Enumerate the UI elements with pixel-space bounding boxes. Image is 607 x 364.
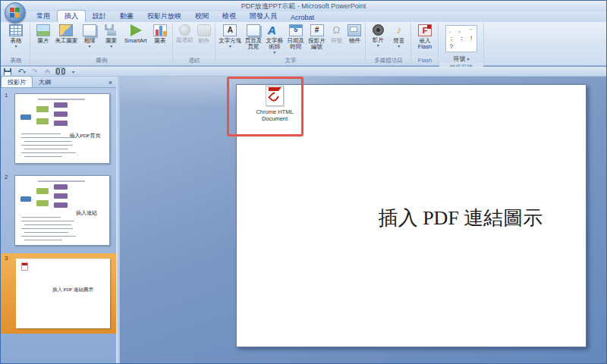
mini-slide-title: 插入連結 (65, 209, 108, 217)
clipart-button[interactable]: 美工圖案 (55, 24, 78, 44)
save-icon (4, 68, 11, 75)
slides-panel: 投影片 大綱 × 1 插入PDF首頁 (1, 77, 116, 364)
undo-icon: ↶ (17, 67, 24, 75)
group-label-links: 連結 (174, 56, 215, 64)
sound-button[interactable]: ♪ 聲音 ▾ (389, 24, 410, 49)
date-time-icon: 5 (289, 24, 303, 36)
dropdown-caret-icon: ▾ (88, 45, 90, 49)
symbol-gallery-item[interactable]: 。 (457, 27, 466, 34)
ribbon-group-tables: 表格 ▾ 表格 (2, 23, 30, 64)
symbol-button[interactable]: Ω 符號 (328, 24, 345, 44)
hyperlink-button[interactable]: 超連結 (175, 24, 194, 43)
close-panel-icon[interactable]: × (109, 79, 116, 87)
group-label-illustrations: 圖例 (31, 56, 172, 64)
tab-acrobat[interactable]: Acrobat (284, 13, 321, 22)
redo-icon: ↷ (32, 67, 38, 75)
find-button[interactable] (55, 67, 65, 75)
group-label-flash: Flash (412, 56, 438, 64)
slide-thumbnail-image: 插入 PDF 連結圖示 (16, 259, 110, 328)
workspace: 投影片 大綱 × 1 插入PDF首頁 (1, 77, 606, 364)
ribbon-group-media: 影片 ▾ ♪ 聲音 ▾ 多媒體項目 (366, 23, 411, 64)
office-button[interactable] (5, 2, 26, 24)
embed-flash-button[interactable]: F 嵌入Flash (414, 24, 436, 50)
dropdown-caret-icon: ▾ (467, 58, 469, 61)
slide-thumbnail-image: 插入PDF首頁 (14, 93, 110, 164)
symbol-gallery-item[interactable]: ‧ (467, 27, 476, 34)
movie-icon (373, 24, 384, 36)
office-logo-icon (10, 8, 20, 17)
dropdown-caret-icon: ▾ (229, 45, 231, 49)
tab-design[interactable]: 設計 (86, 11, 113, 22)
tab-home[interactable]: 常用 (30, 11, 57, 22)
object-icon (348, 24, 361, 36)
sound-icon: ♪ (392, 24, 406, 36)
photo-album-button[interactable]: 相簿 ▾ (79, 24, 100, 49)
ribbon-group-flash: F 嵌入Flash Flash (412, 23, 439, 64)
object-button[interactable]: 物件 (346, 24, 363, 44)
dropdown-caret-icon: ▾ (273, 51, 275, 55)
ribbon-group-text: A 文字方塊 ▾ 頁首及頁尾 A 文字藝術師 ▾ 5 日期及時間 (216, 23, 366, 64)
smartart-button[interactable]: SmartArt (123, 24, 149, 44)
tab-view[interactable]: 檢視 (215, 11, 243, 22)
shapes-icon (105, 24, 118, 36)
symbol-gallery[interactable]: 、 。 ‧ ； ： ！ ？ (445, 25, 477, 52)
symbol-gallery-item[interactable]: ； (447, 35, 456, 42)
ribbon-group-special-symbols: 、 。 ‧ ； ： ！ ？ 符號 ▾ 特殊符號 (439, 23, 484, 64)
annotation-red-box (227, 77, 304, 136)
slide-number-button[interactable]: # 投影片編號 (307, 24, 327, 50)
movie-button[interactable]: 影片 ▾ (368, 24, 388, 48)
textbox-icon: A (223, 24, 237, 36)
dropdown-caret-icon: ▾ (72, 70, 74, 74)
group-label-media: 多媒體項目 (366, 56, 410, 64)
dropdown-caret-icon: ▾ (14, 45, 17, 49)
wordart-button[interactable]: A 文字藝術師 ▾ (264, 24, 285, 55)
tab-insert[interactable]: 插入 (57, 10, 86, 22)
action-button[interactable]: 動作 (195, 24, 214, 44)
mini-pdf-icon (21, 262, 28, 271)
slide-thumbnail-3-selected[interactable]: 3 插入 PDF 連結圖示 (1, 253, 116, 334)
slide-thumbnail-2[interactable]: 2 插入連結 (1, 172, 116, 249)
date-time-button[interactable]: 5 日期及時間 (285, 24, 306, 50)
clipart-icon (59, 24, 73, 36)
photo-album-icon (83, 24, 96, 36)
textbox-button[interactable]: A 文字方塊 ▾ (218, 24, 243, 49)
symbol-gallery-item[interactable]: ？ (447, 43, 456, 51)
tab-slides[interactable]: 投影片 (1, 76, 33, 87)
slide-number: 1 (5, 92, 8, 99)
hyperlink-globe-icon (179, 24, 190, 36)
undo-button[interactable]: ↶▾ (17, 67, 27, 76)
dropdown-caret-icon: ▾ (24, 70, 26, 74)
header-footer-button[interactable]: 頁首及頁尾 (244, 24, 264, 50)
wordart-icon: A (268, 24, 281, 36)
table-button[interactable]: 表格 ▾ (4, 24, 28, 49)
mini-heading-line (38, 180, 85, 182)
ime-icon: ₳ (45, 67, 49, 75)
shapes-button[interactable]: 圖案 ▾ (101, 24, 122, 49)
ribbon-group-links: 超連結 動作 連結 (174, 23, 215, 64)
redo-button[interactable]: ↷ (30, 67, 39, 76)
tab-review[interactable]: 校閱 (188, 11, 215, 22)
tab-slideshow[interactable]: 投影片放映 (140, 11, 188, 22)
dropdown-caret-icon: ▾ (398, 45, 400, 49)
ribbon: 表格 ▾ 表格 圖片 美工圖案 相簿 ▾ (1, 22, 606, 66)
customize-quick-access-button[interactable]: ▾ (68, 67, 78, 76)
powerpoint-window: PDF放進PPT示範 - Microsoft PowerPoint 常用 插入 … (0, 0, 607, 364)
ime-button[interactable]: ₳ (42, 67, 52, 76)
chart-button[interactable]: 圖表 (149, 24, 171, 44)
symbol-gallery-item[interactable]: ： (457, 35, 466, 42)
tab-outline[interactable]: 大綱 (33, 77, 57, 87)
slide-title-text[interactable]: 插入 PDF 連結圖示 (335, 205, 586, 231)
symbol-gallery-item[interactable]: 、 (447, 27, 456, 34)
slide-thumbnail-1[interactable]: 1 插入PDF首頁 (1, 90, 116, 168)
chart-icon (153, 24, 167, 36)
save-button[interactable] (4, 68, 14, 75)
picture-icon (36, 24, 50, 36)
symbol-gallery-item[interactable]: ！ (467, 35, 476, 42)
editing-area: Chrome HTML Document 插入 PDF 連結圖示 (120, 77, 607, 364)
tab-developer[interactable]: 開發人員 (243, 11, 284, 22)
picture-button[interactable]: 圖片 (33, 24, 54, 44)
slide-number-icon: # (310, 24, 324, 36)
special-symbol-button[interactable]: 符號 ▾ (453, 55, 469, 63)
ribbon-tab-bar: 常用 插入 設計 動畫 投影片放映 校閱 檢視 開發人員 Acrobat (1, 11, 606, 22)
tab-animations[interactable]: 動畫 (113, 11, 140, 22)
